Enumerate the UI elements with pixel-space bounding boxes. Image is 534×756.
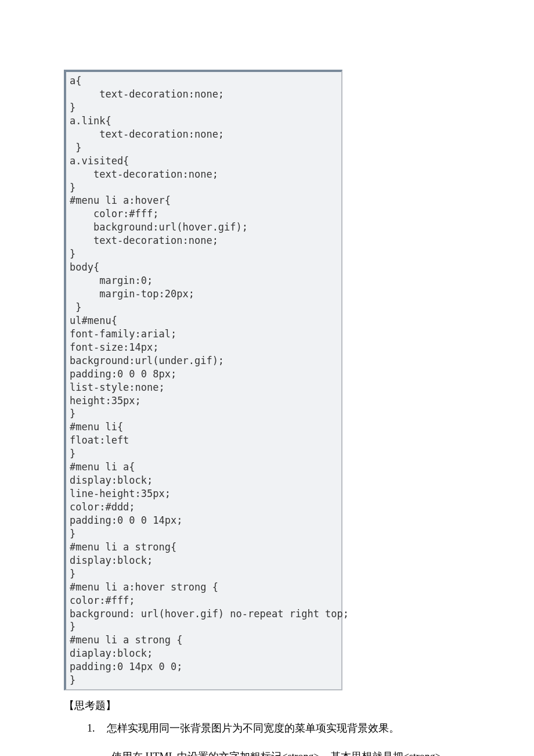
css-code-block: a{ text-decoration:none; } a.link{ text-… [64,70,342,690]
question-item: 1.怎样实现用同一张背景图片为不同宽度的菜单项实现背景效果。 [87,718,470,738]
answer-line-1: 使用在 HTML 中设置的文字加粗标记<strong>，基本思想就是把<stro… [111,746,470,756]
question-text: 怎样实现用同一张背景图片为不同宽度的菜单项实现背景效果。 [107,722,399,734]
document-page: a{ text-decoration:none; } a.link{ text-… [0,0,534,756]
question-number: 1. [87,718,107,738]
questions-heading: 【思考题】 [64,699,470,712]
